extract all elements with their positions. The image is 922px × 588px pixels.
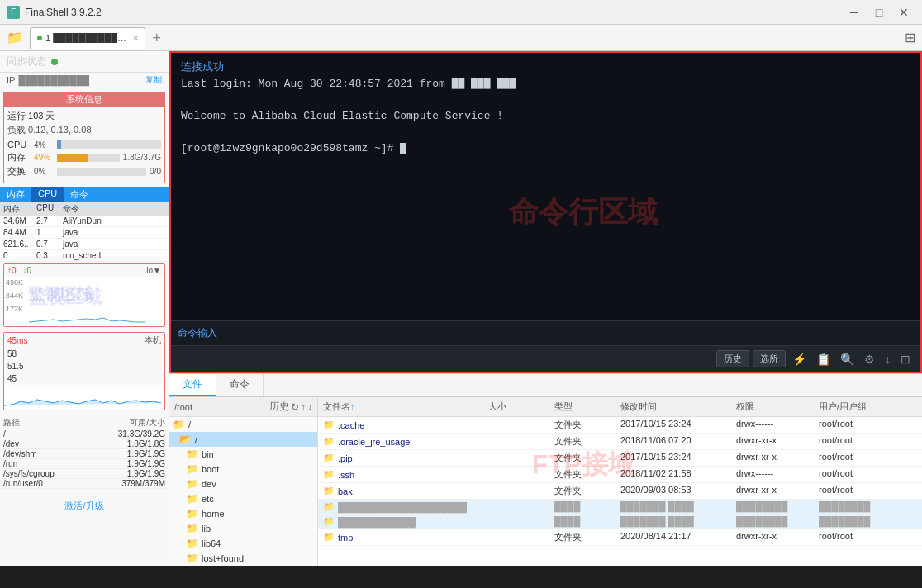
swap-label: 交换 — [7, 165, 31, 178]
tree-item-lib64[interactable]: 📁 lib64 — [169, 536, 317, 551]
maximize-button[interactable]: □ — [867, 3, 891, 21]
monitor-chart: 496K 344K 172K 监视区域 监视区域 — [4, 277, 164, 326]
terminal-prompt-line: [root@izwz9gnkapo0o29d598tamz ~]# — [181, 140, 910, 157]
col-header-size[interactable]: 大小 — [483, 399, 549, 415]
tree-upload-button[interactable]: ↑ — [301, 400, 306, 414]
close-button[interactable]: ✕ — [892, 3, 915, 21]
grid-view-icon[interactable]: ⊞ — [905, 30, 915, 45]
copy-ip-button[interactable]: 复制 — [145, 74, 162, 86]
file-col-header: 文件名 ↑ 大小 类型 修改时间 权限 用户/用户组 — [318, 397, 922, 417]
process-tab-mem[interactable]: 内存 — [0, 187, 31, 202]
disk-path-0: / — [3, 429, 107, 439]
file-row[interactable]: 📁.pip 文件夹 2017/10/15 23:24 drwxr-xr-x ro… — [318, 450, 922, 467]
file-tree-actions: 历史 ↻ ↑ ↓ — [269, 400, 312, 414]
process-tab-cpu[interactable]: CPU — [31, 187, 64, 202]
tab-close-icon[interactable]: × — [133, 33, 138, 43]
disk-section: 路径 可用/大小 / 31.3G/39.2G /dev 1.8G/1.8G /d… — [3, 417, 165, 489]
file-row[interactable]: 📁.ssh 文件夹 2018/11/02 21:58 drwx------ ro… — [318, 467, 922, 483]
tree-item-home[interactable]: 📁 home — [169, 506, 317, 521]
col-header-perm[interactable]: 权限 — [731, 399, 814, 415]
file-perm-6: ████████ — [731, 514, 814, 529]
download-icon[interactable]: ↓ — [882, 351, 894, 368]
mem-metric-row: 内存 49% 1.8G/3.7G — [7, 151, 161, 164]
tree-item-label: etc — [202, 494, 314, 504]
process-cpu-1: 1 — [33, 227, 59, 238]
process-cmd-2: java — [59, 239, 169, 249]
mem-value: 49% — [34, 153, 54, 162]
process-mem-0: 34.6M — [0, 216, 33, 226]
file-type-4: 文件夹 — [549, 483, 615, 499]
file-date-6: ███████ ████ — [615, 514, 731, 529]
left-panel: 同步状态 IP ███████████ 复制 系统信息 运行 103 天 负载 … — [0, 51, 169, 566]
folder-icon: 📁 — [7, 30, 23, 45]
file-row[interactable]: 📁████████████████████ ████ ███████ ████ … — [318, 500, 922, 514]
file-perm-4: drwxr-xr-x — [731, 483, 814, 499]
swap-bar-container — [57, 168, 146, 176]
col-header-date[interactable]: 修改时间 — [615, 399, 731, 415]
process-mem-2: 621.6.. — [0, 239, 33, 249]
tree-item-label: / — [188, 420, 314, 429]
file-name-2: 📁.pip — [318, 450, 483, 466]
file-type-2: 文件夹 — [549, 450, 615, 466]
tree-item-boot[interactable]: 📁 boot — [169, 462, 317, 477]
tree-folder-icon: 📁 — [186, 493, 198, 505]
file-size-1 — [483, 434, 549, 449]
tree-item-label: lost+found — [202, 553, 314, 563]
tab-file[interactable]: 文件 — [169, 374, 216, 396]
minimize-button[interactable]: ─ — [843, 3, 866, 21]
file-user-6: ████████ — [814, 514, 922, 529]
terminal-input[interactable] — [224, 328, 914, 339]
tree-item-etc[interactable]: 📁 etc — [169, 491, 317, 506]
clipboard-icon[interactable]: 📋 — [813, 351, 834, 368]
select-button[interactable]: 选所 — [753, 350, 786, 368]
tree-item-root[interactable]: 📁 / — [169, 417, 317, 432]
file-row[interactable]: 📁.cache 文件夹 2017/10/15 23:24 drwx------ … — [318, 417, 922, 434]
tree-history-button[interactable]: 历史 — [269, 400, 289, 414]
net-iface-label[interactable]: lo▼ — [146, 266, 161, 275]
col-header-name[interactable]: 文件名 ↑ — [318, 399, 483, 415]
process-row: 34.6M 2.7 AliYunDun — [0, 216, 169, 227]
monitor-chart-svg — [29, 277, 145, 326]
system-info-box: 系统信息 运行 103 天 负载 0.12, 0.13, 0.08 CPU 4%… — [3, 92, 165, 183]
tree-item-lib[interactable]: 📁 lib — [169, 521, 317, 536]
disk-path-1: /dev — [3, 439, 107, 448]
mem-bar-fill — [57, 154, 88, 162]
process-tab-cmd[interactable]: 命令 — [64, 187, 95, 202]
tree-item-bin[interactable]: 📁 bin — [169, 447, 317, 462]
activate-button[interactable]: 激活/升级 — [0, 496, 169, 515]
col-header-user[interactable]: 用户/用户组 — [814, 399, 922, 415]
tab-command[interactable]: 命令 — [216, 374, 264, 396]
settings-icon[interactable]: ⚙ — [861, 351, 878, 368]
process-cpu-3: 0.3 — [33, 250, 59, 261]
process-mem-3: 0 — [0, 250, 33, 261]
cpu-label: CPU — [7, 140, 31, 149]
disk-row: /run/user/0 379M/379M — [3, 479, 165, 489]
file-row[interactable]: 📁.oracle_jre_usage 文件夹 2018/11/06 07:20 … — [318, 434, 922, 450]
file-row[interactable]: 📁bak 文件夹 2020/09/03 08:53 drwxr-xr-x roo… — [318, 483, 922, 500]
cpu-bar-container — [57, 140, 161, 149]
tree-refresh-button[interactable]: ↻ — [291, 400, 299, 414]
lightning-icon[interactable]: ⚡ — [789, 351, 810, 368]
col-header-type[interactable]: 类型 — [549, 399, 615, 415]
file-user-2: root/root — [814, 450, 922, 466]
tree-item-lost[interactable]: 📁 lost+found — [169, 551, 317, 566]
disk-header-path: 路径 — [3, 417, 107, 429]
search-icon[interactable]: 🔍 — [837, 351, 858, 368]
file-size-2 — [483, 450, 549, 466]
file-name-1: 📁.oracle_jre_usage — [318, 434, 483, 449]
tree-item-root-selected[interactable]: 📂 / — [169, 432, 317, 447]
fullscreen-icon[interactable]: ⊡ — [897, 351, 914, 368]
file-size-3 — [483, 467, 549, 482]
tree-download-button[interactable]: ↓ — [307, 400, 312, 414]
file-row[interactable]: 📁████████████ ████ ███████ ████ ████████… — [318, 514, 922, 529]
tree-folder-icon: 📁 — [186, 538, 198, 549]
add-tab-button[interactable]: + — [152, 31, 161, 45]
process-cpu-0: 2.7 — [33, 216, 59, 226]
process-row: 621.6.. 0.7 java — [0, 239, 169, 250]
sync-label: 同步状态 — [7, 55, 46, 69]
disk-size-1: 1.8G/1.8G — [107, 439, 165, 448]
history-button[interactable]: 历史 — [716, 350, 749, 368]
main-tab[interactable]: 1 ██████████████ × — [30, 27, 145, 49]
tree-item-dev[interactable]: 📁 dev — [169, 477, 317, 491]
file-row[interactable]: 📁tmp 文件夹 2020/08/14 21:17 drwxr-xr-x roo… — [318, 529, 922, 546]
